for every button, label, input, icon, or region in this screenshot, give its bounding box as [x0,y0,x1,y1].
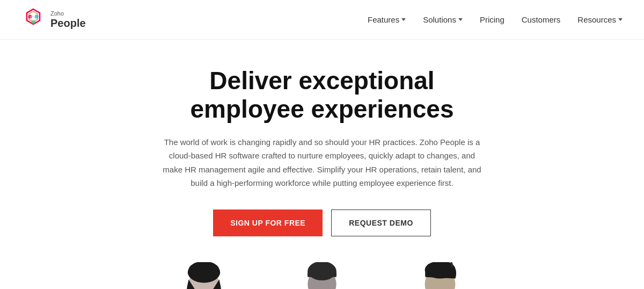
hero-title-line2: employee experiences [191,95,454,123]
nav-item-pricing[interactable]: Pricing [480,15,504,25]
brand-zoho: Zoho [50,10,86,17]
person-center [279,262,365,289]
customers-label: Customers [522,15,561,24]
nav-item-customers[interactable]: Customers [522,15,561,25]
hero-subtitle: The world of work is changing rapidly an… [161,135,483,190]
hero-buttons: SIGN UP FOR FREE REQUEST DEMO [213,209,431,236]
features-label: Features [368,15,399,24]
nav-item-features[interactable]: Features [368,15,406,24]
logo-text: Zoho People [50,10,86,28]
demo-button[interactable]: REQUEST DEMO [331,209,431,236]
hero-section: Deliver exceptional employee experiences… [0,40,644,289]
solutions-dropdown-icon [458,18,463,21]
hero-title-line1: Deliver exceptional [209,67,434,95]
features-dropdown-icon [401,18,406,21]
navbar: Zoho People Features Solutions Pricing C… [0,0,644,40]
logo-icon [21,8,45,32]
resources-dropdown-icon [618,18,623,21]
person-left-svg [169,262,239,289]
signup-button[interactable]: SIGN UP FOR FREE [213,209,323,236]
pricing-link[interactable]: Pricing [480,15,504,24]
nav-links: Features Solutions Pricing Customers Res… [368,15,623,25]
solutions-label: Solutions [423,15,456,24]
nav-item-solutions[interactable]: Solutions [423,15,463,24]
pricing-label: Pricing [480,15,504,24]
person-right-svg [405,262,475,289]
brand-people: People [50,17,86,29]
features-link[interactable]: Features [368,15,406,24]
hero-title: Deliver exceptional employee experiences [191,67,454,124]
logo[interactable]: Zoho People [21,8,86,32]
person-center-svg [287,262,357,289]
resources-link[interactable]: Resources [577,15,623,24]
nav-item-resources[interactable]: Resources [577,15,623,24]
person-left [161,262,247,289]
resources-label: Resources [577,15,616,24]
customers-link[interactable]: Customers [522,15,561,24]
person-right [397,262,483,289]
solutions-link[interactable]: Solutions [423,15,463,24]
people-strip: Remote In [80,262,564,289]
center-person-wrapper: Remote In [279,262,365,289]
